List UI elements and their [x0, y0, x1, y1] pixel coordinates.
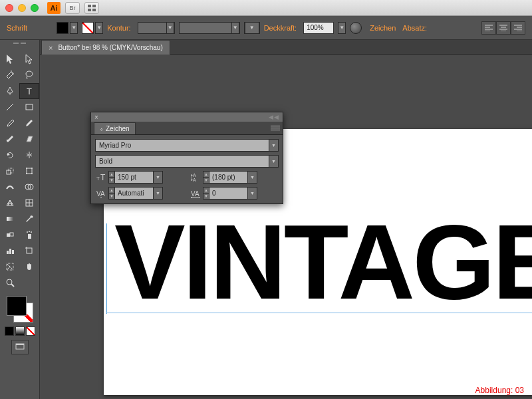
- kerning-stepper[interactable]: ▲▼: [108, 187, 115, 200]
- panel-titlebar[interactable]: × ◀◀: [91, 112, 283, 122]
- document-tab-strip: × Button* bei 98 % (CMYK/Vorschau): [40, 40, 532, 55]
- minimize-window-button[interactable]: [18, 4, 26, 12]
- close-window-button[interactable]: [5, 4, 13, 12]
- font-family-dropdown[interactable]: ▼: [269, 139, 279, 152]
- blob-brush-tool[interactable]: [0, 131, 20, 147]
- opacity-dropdown[interactable]: ▼: [338, 22, 346, 34]
- svg-point-36: [27, 231, 28, 233]
- artboard-text[interactable]: VINTAGE: [114, 209, 532, 315]
- panel-tab-zeichen[interactable]: ⬨ Zeichen: [94, 122, 136, 134]
- line-tool[interactable]: [0, 99, 20, 115]
- scale-tool[interactable]: [0, 163, 20, 179]
- font-size-dropdown[interactable]: ▼: [154, 171, 163, 184]
- tracking-dropdown[interactable]: ▼: [248, 187, 257, 200]
- arrange-documents-button[interactable]: [84, 2, 99, 14]
- symbol-sprayer-tool[interactable]: [20, 227, 40, 243]
- font-style-input[interactable]: Bold: [95, 155, 269, 168]
- rectangle-tool[interactable]: [20, 99, 40, 115]
- align-right-button[interactable]: [511, 21, 525, 35]
- document-tab[interactable]: × Button* bei 98 % (CMYK/Vorschau): [41, 40, 170, 55]
- free-transform-tool[interactable]: [20, 163, 40, 179]
- variable-width-dropdown[interactable]: ▼: [179, 22, 240, 34]
- stroke-weight-dropdown[interactable]: ▼: [138, 22, 175, 34]
- font-style-dropdown[interactable]: ▼: [269, 155, 279, 168]
- leading-input[interactable]: (180 pt): [209, 171, 248, 184]
- panel-menu-button[interactable]: [271, 124, 280, 132]
- leading-icon: AA: [190, 171, 203, 184]
- close-tab-button[interactable]: ×: [49, 44, 53, 52]
- character-panel[interactable]: × ◀◀ ⬨ Zeichen Myriad Pro ▼: [90, 112, 283, 204]
- shape-builder-tool[interactable]: [20, 179, 40, 195]
- stroke-swatch-group[interactable]: ▼: [82, 22, 103, 34]
- type-icon: T: [25, 86, 34, 96]
- artboard-icon: [25, 246, 34, 255]
- lasso-tool[interactable]: [20, 67, 40, 83]
- stroke-swatch[interactable]: [82, 22, 94, 34]
- blend-tool[interactable]: [0, 227, 20, 243]
- font-family-input[interactable]: Myriad Pro: [95, 139, 269, 152]
- column-graph-tool[interactable]: [0, 243, 20, 259]
- kerning-dropdown[interactable]: ▼: [154, 187, 163, 200]
- pen-tool[interactable]: [0, 83, 19, 99]
- hand-tool[interactable]: [20, 259, 40, 275]
- leading-stepper[interactable]: ▲▼: [203, 171, 209, 184]
- rotate-tool[interactable]: [0, 147, 20, 163]
- recolor-artwork-button[interactable]: [350, 22, 362, 34]
- artboard-tool[interactable]: [20, 243, 40, 259]
- align-center-button[interactable]: [496, 21, 511, 35]
- paintbrush-tool[interactable]: [0, 115, 20, 131]
- fill-indicator[interactable]: [7, 296, 27, 316]
- gradient-mode-button[interactable]: [15, 327, 25, 336]
- mode-label: Schrift: [7, 24, 27, 32]
- width-tool[interactable]: [0, 179, 20, 195]
- direct-selection-tool[interactable]: [20, 51, 40, 67]
- perspective-grid-tool[interactable]: [0, 195, 20, 211]
- font-size-input[interactable]: 150 pt: [115, 171, 154, 184]
- none-mode-button[interactable]: [26, 327, 35, 336]
- leading-dropdown[interactable]: ▼: [248, 171, 257, 184]
- tracking-input[interactable]: 0: [209, 187, 248, 200]
- stroke-dropdown[interactable]: ▼: [95, 22, 103, 34]
- zoom-window-button[interactable]: [31, 4, 39, 12]
- panel-tab-strip: ⬨ Zeichen: [91, 122, 283, 135]
- kerning-input[interactable]: Automati: [115, 187, 154, 200]
- blob-icon: [5, 134, 15, 144]
- print-tiling-tool[interactable]: [20, 275, 40, 291]
- bridge-button[interactable]: Br: [65, 2, 80, 14]
- absatz-link[interactable]: Absatz:: [402, 24, 427, 32]
- align-left-button[interactable]: [481, 21, 496, 35]
- eyedropper-icon: [25, 214, 34, 223]
- zoom-tool[interactable]: [0, 275, 20, 291]
- fill-stroke-indicator[interactable]: [5, 295, 35, 324]
- zeichen-link[interactable]: Zeichen: [370, 24, 396, 32]
- pencil-tool[interactable]: [20, 115, 40, 131]
- fill-swatch[interactable]: [57, 22, 68, 34]
- tracking-stepper[interactable]: ▲▼: [203, 187, 209, 200]
- transform-icon: [25, 166, 34, 176]
- kontur-label: Kontur:: [107, 24, 130, 32]
- panel-collapse-button[interactable]: ◀◀: [269, 114, 279, 120]
- eyedropper-tool[interactable]: [20, 211, 40, 227]
- reflect-tool[interactable]: [20, 147, 40, 163]
- font-size-stepper[interactable]: ▲▼: [108, 171, 115, 184]
- figure-caption: Abbildung: 03: [475, 386, 524, 395]
- slice-tool[interactable]: [0, 259, 20, 275]
- magic-wand-tool[interactable]: [0, 67, 20, 83]
- fill-swatch-group[interactable]: ▼: [57, 22, 78, 34]
- fill-dropdown[interactable]: ▼: [70, 22, 78, 34]
- opacity-input[interactable]: 100%: [303, 22, 334, 34]
- screen-mode-button[interactable]: [11, 340, 29, 354]
- brush-dropdown[interactable]: ▼: [244, 22, 260, 34]
- selection-tool[interactable]: [0, 51, 20, 67]
- type-tool[interactable]: T: [19, 83, 39, 99]
- color-mode-button[interactable]: [5, 327, 14, 336]
- mesh-tool[interactable]: [20, 195, 40, 211]
- canvas[interactable]: VINTAGE × ◀◀ ⬨ Zeichen M: [40, 55, 532, 399]
- gradient-tool[interactable]: [0, 211, 20, 227]
- panel-close-button[interactable]: ×: [94, 114, 98, 121]
- svg-rect-22: [27, 168, 32, 174]
- grid-icon: [88, 5, 96, 11]
- font-size-icon: TT: [95, 171, 108, 184]
- panel-grip[interactable]: [11, 43, 29, 49]
- eraser-tool[interactable]: [20, 131, 40, 147]
